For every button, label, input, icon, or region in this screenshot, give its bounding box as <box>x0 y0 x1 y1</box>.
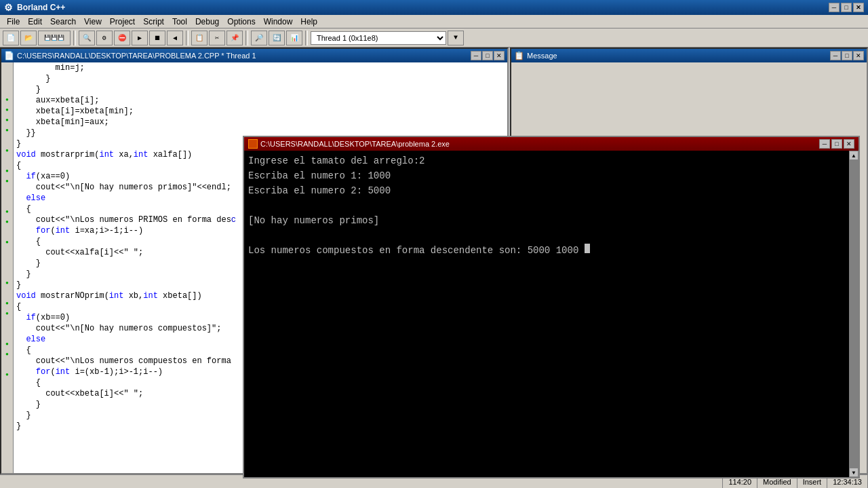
gutter-icon-9: ● <box>3 145 12 155</box>
menu-project[interactable]: Project <box>106 16 139 27</box>
menu-script[interactable]: Script <box>139 16 168 27</box>
gutter-icon-7: ● <box>3 125 12 134</box>
code-line-5: xbeta[i]=xbeta[min]; <box>16 106 505 117</box>
close-button[interactable]: ✕ <box>853 3 864 12</box>
gutter-icon-24: ● <box>3 298 12 307</box>
code-line-6: xbeta[min]=aux; <box>16 117 505 128</box>
gutter-icon-12: ● <box>3 176 12 185</box>
toolbar: 📄 📂 💾💾💾 🔍 ⚙ ⛔ ▶ ⏹ ◀ 📋 ✂ 📌 🔎 🔄 📊 Thread 1… <box>0 29 868 48</box>
message-minimize-button[interactable]: ─ <box>830 51 841 60</box>
gutter-icon-33 <box>3 390 12 399</box>
gutter-icon-5: ● <box>3 105 12 114</box>
toolbar-sep3 <box>245 31 248 45</box>
code-line-4: aux=xbeta[i]; <box>16 95 505 106</box>
gutter-icon-14 <box>3 196 12 206</box>
gutter-icon-18: ● <box>3 237 12 246</box>
gutter-icon-8 <box>3 135 12 145</box>
console-title: C:\USERS\RANDALL\DESKTOP\TAREA\problema … <box>260 140 819 148</box>
console-line-5: [No hay numeros primos] <box>248 213 845 228</box>
gutter-icon-10 <box>3 155 12 165</box>
message-maximize-button[interactable]: □ <box>842 51 852 60</box>
gutter-icon-13 <box>3 186 12 195</box>
console-maximize-button[interactable]: □ <box>831 139 842 149</box>
gutter-icon-19 <box>3 247 12 257</box>
app-icon: ⚙ <box>4 2 13 13</box>
console-controls: ─ □ ✕ <box>819 139 854 149</box>
console-window: C:\USERS\RANDALL\DESKTOP\TAREA\problema … <box>243 136 860 478</box>
gutter-icon-26 <box>3 318 12 328</box>
console-line-4 <box>248 198 845 213</box>
console-scroll-down[interactable]: ▼ <box>849 468 859 477</box>
console-line-6 <box>248 228 845 243</box>
toolbar-dropdown[interactable]: ▼ <box>448 31 464 45</box>
toolbar-btn2[interactable]: ⚙ <box>96 31 113 45</box>
gutter-icon-17 <box>3 227 12 236</box>
menu-tool[interactable]: Tool <box>168 16 191 27</box>
code-maximize-button[interactable]: □ <box>482 51 493 60</box>
gutter-icon-34 <box>3 400 12 409</box>
console-minimize-button[interactable]: ─ <box>819 139 830 149</box>
message-panel-controls: ─ □ ✕ <box>830 51 864 60</box>
gutter-icon-3 <box>3 84 12 94</box>
maximize-button[interactable]: □ <box>841 3 852 12</box>
menu-bar: File Edit Search View Project Script Too… <box>0 15 868 29</box>
gutter-icon-20 <box>3 257 12 267</box>
app-title: Borland C++ <box>17 3 829 12</box>
gutter-icon-2 <box>3 74 12 83</box>
console-body: Ingrese el tamato del arreglo:2 Escriba … <box>244 151 859 477</box>
console-content: Ingrese el tamato del arreglo:2 Escriba … <box>244 151 849 477</box>
gutter-icon-25: ● <box>3 308 12 318</box>
main-area: 📄 C:\USERS\RANDALL\DESKTOP\TAREA\PROBLEM… <box>0 48 868 474</box>
toolbar-sep1 <box>73 31 76 45</box>
menu-help[interactable]: Help <box>296 16 321 27</box>
toolbar-btn6[interactable]: ◀ <box>167 31 183 45</box>
console-line-2: Escriba el numero 1: 1000 <box>248 168 845 183</box>
console-scrollbar: ▲ ▼ <box>849 151 859 477</box>
toolbar-open[interactable]: 📂 <box>20 31 37 45</box>
gutter-icon-15: ● <box>3 206 12 216</box>
cursor <box>585 244 590 253</box>
gutter-icon-1 <box>3 64 12 73</box>
gutter-icon-11: ● <box>3 166 12 175</box>
toolbar-btn12[interactable]: 📊 <box>286 31 302 45</box>
menu-file[interactable]: File <box>3 16 24 27</box>
menu-debug[interactable]: Debug <box>191 16 223 27</box>
toolbar-btn3[interactable]: ⛔ <box>114 31 130 45</box>
toolbar-btn4[interactable]: ▶ <box>132 31 148 45</box>
thread-selector[interactable]: Thread 1 (0x11e8) <box>311 31 446 45</box>
code-panel-titlebar: 📄 C:\USERS\RANDALL\DESKTOP\TAREA\PROBLEM… <box>1 49 507 62</box>
menu-options[interactable]: Options <box>223 16 259 27</box>
console-scroll-up[interactable]: ▲ <box>849 151 859 160</box>
minimize-button[interactable]: ─ <box>829 3 840 12</box>
toolbar-btn11[interactable]: 🔄 <box>269 31 285 45</box>
toolbar-save[interactable]: 💾💾💾 <box>38 31 71 45</box>
code-panel-title: C:\USERS\RANDALL\DESKTOP\TAREA\PROBLEMA … <box>17 52 471 60</box>
console-scroll-thumb[interactable] <box>849 160 859 468</box>
console-line-3: Escriba el numero 2: 5000 <box>248 183 845 198</box>
toolbar-btn8[interactable]: ✂ <box>209 31 225 45</box>
gutter-icon-27 <box>3 329 12 338</box>
gutter-icon-6: ● <box>3 115 12 124</box>
toolbar-btn5[interactable]: ⏹ <box>149 31 165 45</box>
console-close-button[interactable]: ✕ <box>844 139 854 149</box>
gutter-icon-29: ● <box>3 349 12 358</box>
menu-window[interactable]: Window <box>260 16 297 27</box>
menu-view[interactable]: View <box>80 16 106 27</box>
console-icon <box>248 139 258 149</box>
toolbar-sep4 <box>305 31 308 45</box>
toolbar-btn1[interactable]: 🔍 <box>79 31 95 45</box>
gutter-icon-30 <box>3 359 12 369</box>
menu-edit[interactable]: Edit <box>24 16 46 27</box>
code-minimize-button[interactable]: ─ <box>471 51 481 60</box>
toolbar-btn9[interactable]: 📌 <box>226 31 243 45</box>
message-close-button[interactable]: ✕ <box>853 51 864 60</box>
menu-search[interactable]: Search <box>46 16 80 27</box>
toolbar-btn7[interactable]: 📋 <box>191 31 208 45</box>
code-close-button[interactable]: ✕ <box>494 51 505 60</box>
toolbar-btn10[interactable]: 🔎 <box>251 31 267 45</box>
code-panel-controls: ─ □ ✕ <box>471 51 505 60</box>
toolbar-new[interactable]: 📄 <box>3 31 19 45</box>
title-bar: ⚙ Borland C++ ─ □ ✕ <box>0 0 868 15</box>
code-line-3: } <box>16 84 505 95</box>
console-titlebar: C:\USERS\RANDALL\DESKTOP\TAREA\problema … <box>244 137 859 151</box>
